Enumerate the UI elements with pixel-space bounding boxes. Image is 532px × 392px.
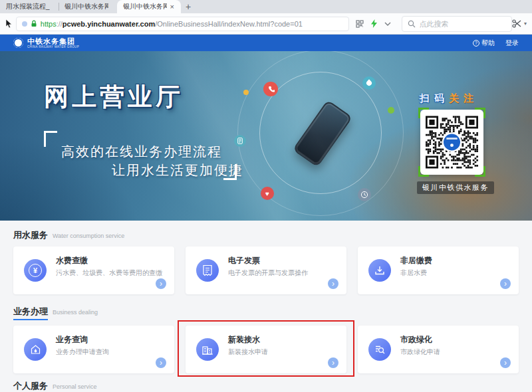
- section-title: 用水服务: [13, 229, 48, 241]
- phone-call-icon: [263, 82, 278, 96]
- section-header-personal-service: 个人服务 Personal service: [13, 380, 519, 392]
- tab-label: 用水报装流程_: [6, 2, 50, 11]
- screenshot-tool[interactable]: ▾: [512, 19, 527, 28]
- card-title: 电子发票: [228, 255, 260, 266]
- hero-subtitle-1: 高效的在线业务办理流程: [61, 143, 222, 161]
- new-tab-button[interactable]: +: [181, 0, 196, 13]
- question-circle-icon: ?: [473, 40, 479, 47]
- chevron-right-icon[interactable]: ›: [156, 357, 166, 368]
- login-button[interactable]: 登录: [505, 39, 519, 48]
- yuan-icon: ¥: [24, 259, 47, 282]
- url-scheme: https: [41, 20, 57, 28]
- section-header-water-service: 用水服务 Water consumption service: [13, 229, 519, 241]
- browser-search-box[interactable]: [402, 16, 512, 32]
- card-title: 水费查缴: [56, 255, 88, 266]
- water-drop-icon: [362, 76, 376, 90]
- chevron-right-icon[interactable]: ›: [156, 278, 166, 289]
- bracket-top-left: [44, 131, 57, 147]
- card-title: 非居缴费: [400, 255, 432, 266]
- tab-yinchuan-water-1[interactable]: 银川中铁水务网: [59, 0, 117, 13]
- card-new-water-connection[interactable]: 新装接水 新装接水申请 ›: [186, 326, 346, 373]
- brand[interactable]: 中铁水务集团 CHINA RAILWAY WATER GROUP: [13, 38, 85, 49]
- yellow-dot: [243, 90, 249, 95]
- card-desc: 非居水费: [400, 268, 427, 278]
- clock-icon: [358, 188, 371, 201]
- hero-title: 网上营业厅: [44, 80, 184, 114]
- card-title: 业务查询: [56, 334, 88, 345]
- browser-toolbar: https://pcweb.yinchuanwater.com/OnlineBu…: [0, 13, 532, 35]
- card-desc: 电子发票的开票与发票操作: [228, 268, 308, 278]
- url-path: /OnlineBusinessHall/indexNew.html?code=0…: [155, 20, 303, 28]
- card-e-invoice[interactable]: 电子发票 电子发票的开票与发票操作 ›: [186, 246, 346, 294]
- url-text: https://pcweb.yinchuanwater.com/OnlineBu…: [41, 20, 303, 28]
- card-title: 市政绿化: [400, 334, 432, 345]
- highlight-box-new-water-connection: 新装接水 新装接水申请 ›: [186, 326, 346, 373]
- tab-label: 银川中铁水务网: [65, 2, 108, 11]
- section-header-business-dealing: 业务办理 Business dealing: [13, 306, 519, 320]
- browser-tab-bar: 用水报装流程_ 银川中铁水务网 银川中铁水务网 × +: [0, 0, 532, 13]
- document-icon: [234, 135, 246, 147]
- qr-scan-icon[interactable]: [356, 20, 364, 28]
- site-navbar: 中铁水务集团 CHINA RAILWAY WATER GROUP ? 帮助 登录: [0, 35, 532, 51]
- navbar-right: ? 帮助 登录: [473, 39, 519, 48]
- card-business-inquiry[interactable]: 业务查询 业务办理申请查询 ›: [13, 326, 174, 373]
- card-desc: 污水费、垃圾费、水费等费用的查缴: [56, 268, 162, 278]
- brand-name-en: CHINA RAILWAY WATER GROUP: [27, 45, 79, 49]
- help-button[interactable]: ? 帮助: [473, 39, 495, 48]
- chevron-right-icon[interactable]: ›: [328, 278, 338, 289]
- section-title: 个人服务: [13, 380, 48, 392]
- mouse-cursor-icon: [5, 19, 16, 29]
- card-desc: 市政绿化申请: [400, 347, 440, 357]
- help-label: 帮助: [481, 39, 495, 48]
- chevron-down-icon[interactable]: [384, 22, 391, 26]
- brand-logo-icon: [13, 38, 23, 48]
- qr-corner-bracket: [475, 166, 485, 177]
- scan-label-part2: 关注: [449, 92, 478, 104]
- tab-water-install-process[interactable]: 用水报装流程_: [0, 0, 59, 13]
- card-title: 新装接水: [228, 334, 260, 345]
- address-bar[interactable]: https://pcweb.yinchuanwater.com/OnlineBu…: [16, 17, 349, 31]
- card-desc: 业务办理申请查询: [56, 347, 109, 357]
- invoice-icon: [196, 259, 219, 282]
- qr-caption: 银川中铁供水服务: [417, 181, 494, 194]
- lock-icon: [31, 20, 37, 27]
- brand-text: 中铁水务集团 CHINA RAILWAY WATER GROUP: [27, 38, 85, 49]
- speed-bolt-icon[interactable]: [370, 19, 378, 28]
- home-drop-icon: [24, 338, 47, 361]
- tray-download-icon: [368, 259, 391, 282]
- tab-close-icon[interactable]: ×: [170, 3, 175, 11]
- screen: 用水报装流程_ 银川中铁水务网 银川中铁水务网 × + https://pcwe…: [0, 0, 532, 392]
- heart-icon: ♥: [261, 187, 274, 200]
- section-title: 业务办理: [13, 306, 48, 320]
- brand-name: 中铁水务集团: [27, 38, 85, 45]
- bracket-bottom-right: [223, 164, 237, 180]
- phone-image: [293, 100, 352, 167]
- building-icon: [196, 338, 219, 361]
- chevron-right-icon[interactable]: ›: [500, 278, 511, 289]
- section-subtitle: Water consumption service: [53, 233, 124, 239]
- card-desc: 新装接水申请: [228, 347, 268, 357]
- qr-code: [420, 110, 483, 175]
- chevron-right-icon[interactable]: ›: [500, 357, 511, 368]
- scan-follow-label: 扫码关注: [420, 92, 478, 105]
- scan-label-part1: 扫码: [420, 92, 449, 104]
- tab-yinchuan-water-2-active[interactable]: 银川中铁水务网 ×: [117, 0, 181, 13]
- card-row-water-service: ¥ 水费查缴 污水费、垃圾费、水费等费用的查缴 › 电子发票 电子发票的开票与发…: [13, 246, 519, 294]
- url-separator: ://: [57, 20, 63, 28]
- section-subtitle: Personal service: [53, 383, 97, 390]
- card-water-fee-payment[interactable]: ¥ 水费查缴 污水费、垃圾费、水费等费用的查缴 ›: [13, 246, 174, 294]
- green-dot: [388, 107, 394, 114]
- chevron-right-icon[interactable]: ›: [328, 357, 338, 368]
- card-non-residential-payment[interactable]: 非居缴费 非居水费 ›: [358, 246, 519, 294]
- qr-corner-bracket: [418, 108, 429, 118]
- qr-corner-bracket: [418, 166, 429, 177]
- login-label: 登录: [505, 39, 519, 48]
- search-input[interactable]: [420, 20, 493, 28]
- card-row-business-dealing: 业务查询 业务办理申请查询 › 新装接水 新装接水申请 ›: [13, 326, 519, 373]
- section-subtitle: Business dealing: [53, 309, 98, 316]
- card-municipal-greening[interactable]: 市政绿化 市政绿化申请 ›: [358, 326, 519, 373]
- caret-down-icon: ▾: [524, 21, 527, 27]
- tab-label: 银川中铁水务网: [123, 2, 167, 11]
- url-host: pcweb.yinchuanwater.com: [63, 20, 155, 28]
- hero-banner: ♥ 网上营业厅 高效的在线业务办理流程 让用水生活更加便捷 扫码关注: [0, 51, 532, 221]
